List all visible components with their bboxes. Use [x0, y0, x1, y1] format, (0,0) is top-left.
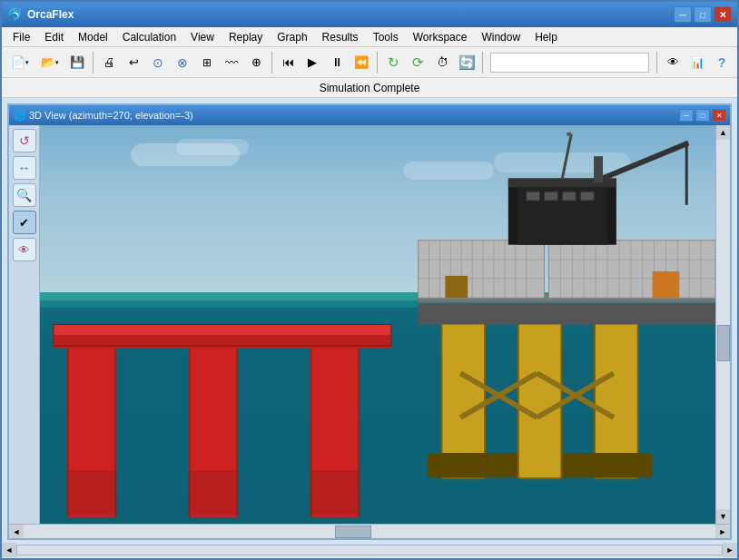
viewport[interactable]: [40, 125, 715, 524]
menu-file[interactable]: File: [5, 29, 37, 45]
menu-results[interactable]: Results: [315, 29, 366, 45]
pan-icon: ↔: [18, 161, 31, 175]
undo-icon: ↩: [129, 55, 139, 69]
wave-button[interactable]: 〰: [220, 51, 243, 74]
main-scroll-track[interactable]: [16, 545, 723, 555]
pause-icon: ⏸: [331, 55, 343, 69]
status-bar: Simulation Complete: [2, 78, 737, 98]
svg-rect-12: [67, 470, 117, 515]
app-icon: 🐬: [7, 7, 22, 22]
menu-edit[interactable]: Edit: [37, 29, 71, 45]
lock1-button[interactable]: ⊙: [146, 51, 170, 74]
svg-rect-72: [419, 300, 715, 303]
view1-button[interactable]: 👁: [661, 51, 685, 74]
refresh1-button[interactable]: ↻: [381, 51, 405, 74]
play-button[interactable]: ▶: [301, 51, 324, 74]
svg-rect-26: [562, 453, 652, 477]
eye-tool[interactable]: 👁: [13, 238, 36, 261]
title-bar: 🐬 OrcaFlex ─ □ ✕: [2, 2, 737, 27]
svg-rect-14: [310, 470, 360, 515]
menu-view[interactable]: View: [183, 29, 222, 45]
menu-graph[interactable]: Graph: [270, 29, 314, 45]
view-close-button[interactable]: ✕: [712, 109, 726, 122]
chart-button[interactable]: 📊: [685, 51, 709, 74]
scroll-thumb-horizontal[interactable]: [335, 526, 371, 538]
view-maximize-button[interactable]: □: [695, 109, 710, 122]
segment-button[interactable]: ⊞: [195, 51, 219, 74]
reload-button[interactable]: 🔄: [455, 51, 478, 74]
minimize-button[interactable]: ─: [674, 6, 692, 23]
main-scroll-left[interactable]: ◄: [2, 543, 16, 557]
svg-rect-18: [519, 320, 561, 478]
scroll-track-vertical[interactable]: [716, 140, 730, 509]
rewind-button[interactable]: ⏮: [276, 51, 300, 74]
svg-rect-67: [594, 156, 603, 182]
save-icon: 💾: [70, 55, 84, 69]
separator-3: [377, 52, 378, 74]
scene-container: ↺ ↔ 🔍 ✔ 👁: [9, 125, 730, 524]
pause-button[interactable]: ⏸: [325, 51, 349, 74]
open-button[interactable]: 📂▾: [35, 51, 64, 74]
main-bottom-scrollbar[interactable]: ◄ ►: [2, 542, 737, 558]
menu-window[interactable]: Window: [474, 29, 527, 45]
scene-svg: [40, 125, 715, 524]
target-icon: ⊕: [251, 55, 261, 69]
svg-rect-25: [428, 453, 517, 477]
view-title: 3D View (azimuth=270; elevation=-3): [29, 110, 679, 121]
separator-4: [482, 52, 483, 74]
rotate-tool[interactable]: ↺: [13, 129, 36, 152]
menu-bar: File Edit Model Calculation View Replay …: [2, 27, 737, 47]
svg-rect-10: [54, 335, 391, 349]
svg-rect-68: [445, 276, 468, 298]
svg-line-65: [598, 143, 688, 181]
menu-tools[interactable]: Tools: [366, 29, 406, 45]
refresh2-button[interactable]: ⟳: [406, 51, 429, 74]
zoom-icon: 🔍: [16, 188, 32, 202]
open-icon: 📂: [41, 55, 55, 69]
scroll-right-arrow[interactable]: ►: [715, 525, 730, 538]
scroll-track-horizontal[interactable]: [24, 525, 715, 538]
pan-tool[interactable]: ↔: [13, 156, 36, 180]
separator-1: [93, 52, 94, 74]
target-button[interactable]: ⊕: [244, 51, 268, 74]
lock2-button[interactable]: ⊗: [171, 51, 194, 74]
eye-icon: 👁: [18, 243, 30, 257]
print-icon: 🖨: [103, 55, 115, 69]
help-button[interactable]: ?: [710, 51, 734, 74]
back-button[interactable]: ⏪: [350, 51, 373, 74]
new-icon: 📄: [11, 55, 25, 69]
main-scroll-right[interactable]: ►: [723, 543, 737, 557]
reload-icon: 🔄: [458, 54, 476, 71]
save-button[interactable]: 💾: [65, 51, 89, 74]
view-scrollbar-right[interactable]: ▲ ▼: [715, 125, 730, 524]
svg-rect-29: [419, 241, 545, 298]
app-title: OrcaFlex: [27, 8, 674, 21]
scroll-up-arrow[interactable]: ▲: [716, 125, 730, 140]
menu-model[interactable]: Model: [71, 29, 115, 45]
lock1-icon: ⊙: [153, 55, 163, 70]
select-tool[interactable]: ✔: [13, 211, 36, 234]
menu-calculation[interactable]: Calculation: [115, 29, 183, 45]
scroll-down-arrow[interactable]: ▼: [716, 509, 730, 524]
bottom-scrollbar[interactable]: ◄ ►: [9, 524, 730, 538]
segment-icon: ⊞: [202, 56, 212, 69]
close-button[interactable]: ✕: [714, 6, 732, 23]
undo-button[interactable]: ↩: [122, 51, 145, 74]
wave-icon: 〰: [225, 55, 238, 70]
maximize-button[interactable]: □: [694, 6, 712, 23]
menu-replay[interactable]: Replay: [222, 29, 270, 45]
scroll-left-arrow[interactable]: ◄: [9, 525, 24, 538]
view-minimize-button[interactable]: ─: [679, 109, 694, 122]
menu-workspace[interactable]: Workspace: [406, 29, 475, 45]
print-button[interactable]: 🖨: [97, 51, 121, 74]
chart-icon: 📊: [691, 56, 705, 69]
new-button[interactable]: 📄▾: [5, 51, 34, 74]
counter-button[interactable]: ⏱: [430, 51, 454, 74]
zoom-tool[interactable]: 🔍: [13, 183, 36, 207]
menu-help[interactable]: Help: [527, 29, 565, 45]
view-icon: 🌐: [13, 109, 25, 122]
content-area: 🌐 3D View (azimuth=270; elevation=-3) ─ …: [2, 98, 737, 558]
svg-rect-62: [545, 192, 558, 201]
progress-bar: [490, 53, 649, 73]
scroll-thumb-vertical[interactable]: [717, 325, 730, 361]
